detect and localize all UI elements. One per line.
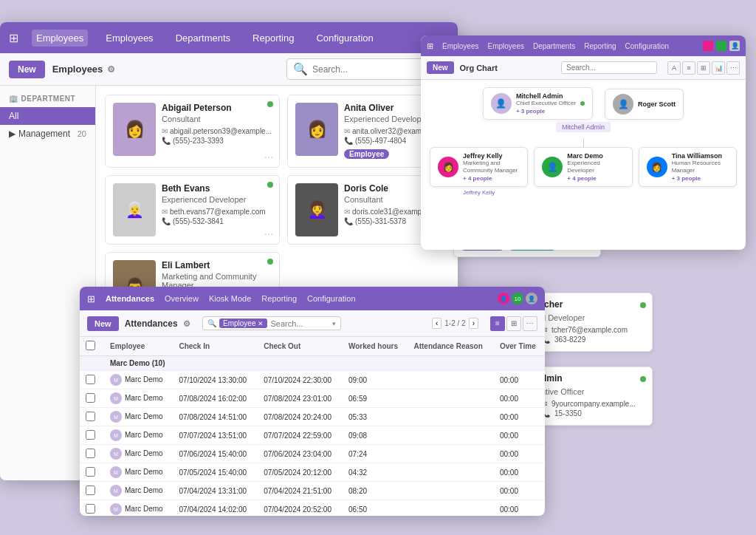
row-checkbox[interactable] xyxy=(86,485,95,495)
col-reason[interactable]: Attendance Reason xyxy=(408,337,494,356)
cell-employee: MMarc Demo xyxy=(104,371,173,389)
att-nav-overview[interactable]: Overview xyxy=(165,294,199,303)
status-dot xyxy=(267,259,273,265)
org-card-marc[interactable]: 👤 Marc Demo Experienced Developer + 4 pe… xyxy=(534,147,632,187)
view-icon-kanban[interactable]: ⊞ xyxy=(697,61,710,75)
row-checkbox[interactable] xyxy=(86,412,95,421)
avatar-abigail: 👩 xyxy=(113,103,156,156)
att-search-area[interactable]: 🔍 Employee ✕ ▾ xyxy=(202,316,341,330)
row-avatar: M xyxy=(110,374,122,386)
table-row[interactable]: MMarc Demo 07/05/2024 15:40:00 07/05/202… xyxy=(80,463,545,482)
row-checkbox[interactable] xyxy=(86,467,95,477)
org-nav-reporting[interactable]: Reporting xyxy=(584,42,616,50)
row-checkbox[interactable] xyxy=(86,393,95,403)
partial-card-admin: dmin utive Officer ✉ 9yourcompany.exampl… xyxy=(535,367,653,426)
email-icon: ✉ xyxy=(344,127,350,135)
org-title: Org Chart xyxy=(460,64,498,72)
phone-icon: 📞 xyxy=(344,217,353,225)
view-icon-more[interactable]: ⋯ xyxy=(726,61,740,75)
employee-card-abigail[interactable]: 👩 Abigail Peterson Consultant ✉ abigail.… xyxy=(105,95,280,168)
view-icon-list[interactable]: ≡ xyxy=(682,61,695,75)
employee-card-beth[interactable]: 👩‍🦳 Beth Evans Experienced Developer ✉ b… xyxy=(105,175,280,245)
emp-name: Beth Evans xyxy=(162,183,272,194)
att-search-input[interactable] xyxy=(270,319,329,328)
col-checkout[interactable]: Check Out xyxy=(258,337,343,356)
avatar-beth: 👩‍🦳 xyxy=(113,183,156,236)
att-view-kanban[interactable]: ⊞ xyxy=(506,316,521,331)
status-dot xyxy=(640,376,646,382)
att-nav-kiosk[interactable]: Kiosk Mode xyxy=(209,294,251,303)
table-row[interactable]: MMarc Demo 07/08/2024 14:51:00 07/08/202… xyxy=(80,408,545,426)
table-row[interactable]: MMarc Demo 07/06/2024 15:40:00 07/06/202… xyxy=(80,445,545,463)
sidebar-section-title: 🏢 DEPARTMENT xyxy=(0,95,95,107)
nav-configuration[interactable]: Configuration xyxy=(312,30,377,47)
search-input[interactable] xyxy=(312,64,434,75)
att-gear-icon[interactable]: ⚙ xyxy=(183,319,190,328)
org-nav-employees2[interactable]: Employees xyxy=(487,42,523,50)
org-card-jeffrey[interactable]: 👩 Jeffrey Kelly Marketing and Community … xyxy=(430,147,528,187)
sidebar-item-management[interactable]: ▶ Management 20 xyxy=(0,125,95,143)
attendances-window: ⊞ Attendances Overview Kiosk Mode Report… xyxy=(80,287,545,516)
row-checkbox[interactable] xyxy=(86,449,95,458)
row-checkbox[interactable] xyxy=(86,430,95,440)
indicator-grey: 👤 xyxy=(729,41,740,51)
view-icon-chart[interactable]: 📊 xyxy=(712,61,725,75)
org-card-tina[interactable]: 👩 Tina Williamson Human Resources Manage… xyxy=(639,147,737,187)
table-row[interactable]: MMarc Demo 07/07/2024 13:51:00 07/07/202… xyxy=(80,426,545,445)
group-row-marc: Marc Demo (10) xyxy=(80,356,545,371)
emp-name: Abigail Peterson xyxy=(162,103,272,113)
org-card-ceo[interactable]: 👤 Mitchell Admin Chief Executive Officer… xyxy=(483,87,593,120)
att-prev-button[interactable]: ‹ xyxy=(432,318,441,329)
att-nav-reporting[interactable]: Reporting xyxy=(261,294,297,303)
org-search-input[interactable] xyxy=(561,61,657,74)
att-nav-attendances[interactable]: Attendances xyxy=(106,294,154,303)
card-menu-icon[interactable]: ⋯ xyxy=(264,152,273,163)
col-overtime[interactable]: Over Time xyxy=(494,337,545,356)
att-nav-configuration[interactable]: Configuration xyxy=(307,294,355,303)
search-icon: 🔍 xyxy=(293,62,308,76)
emp-name: Eli Lambert xyxy=(162,260,272,270)
gear-icon[interactable]: ⚙ xyxy=(107,64,115,75)
col-worked[interactable]: Worked hours xyxy=(343,337,408,356)
new-button[interactable]: New xyxy=(9,61,45,78)
org-nav-configuration[interactable]: Configuration xyxy=(625,42,669,50)
status-dot xyxy=(267,182,273,188)
nav-employees[interactable]: Employees xyxy=(32,30,88,47)
nav-departments[interactable]: Departments xyxy=(171,30,235,47)
emp-email: ✉ beth.evans77@example.com xyxy=(162,208,272,216)
view-icon-a[interactable]: A xyxy=(667,61,681,75)
org-node-jeffrey: 👩 Jeffrey Kelly Marketing and Community … xyxy=(430,147,528,196)
att-view-list[interactable]: ≡ xyxy=(490,316,505,331)
org-connector xyxy=(583,138,584,147)
phone-icon: 📞 xyxy=(344,137,353,145)
cell-employee: MMarc Demo xyxy=(104,445,173,463)
select-all-checkbox[interactable] xyxy=(86,341,95,350)
row-checkbox[interactable] xyxy=(86,504,95,514)
table-row[interactable]: MMarc Demo 07/10/2024 13:30:00 07/10/202… xyxy=(80,371,545,389)
email-icon: ✉ xyxy=(162,208,168,216)
email-icon: ✉ xyxy=(162,127,168,135)
att-user-indicator2: 10 xyxy=(512,293,523,304)
org-sub-label-jeffrey: Jeffrey Kelly xyxy=(463,189,495,196)
org-card-roger[interactable]: 👤 Roger Scott xyxy=(605,89,684,120)
att-new-button[interactable]: New xyxy=(87,316,119,331)
nav-employees2[interactable]: Employees xyxy=(101,30,157,47)
tag-close-button[interactable]: ✕ xyxy=(258,320,264,327)
col-employee[interactable]: Employee xyxy=(104,337,173,356)
card-menu-icon[interactable]: ⋯ xyxy=(264,229,273,239)
att-next-button[interactable]: › xyxy=(469,318,478,329)
org-nav-employees[interactable]: Employees xyxy=(442,42,478,50)
table-row[interactable]: MMarc Demo 07/04/2024 13:31:00 07/04/202… xyxy=(80,482,545,500)
cell-employee: MMarc Demo xyxy=(104,463,173,482)
sidebar-item-all[interactable]: All xyxy=(0,107,95,125)
emp-info-beth: Beth Evans Experienced Developer ✉ beth.… xyxy=(162,183,272,236)
table-row[interactable]: MMarc Demo 07/08/2024 16:02:00 07/08/202… xyxy=(80,389,545,408)
table-row[interactable]: MMarc Demo 07/04/2024 14:02:00 07/04/202… xyxy=(80,500,545,517)
org-nav-departments[interactable]: Departments xyxy=(533,42,575,50)
row-checkbox[interactable] xyxy=(86,375,95,384)
col-checkin[interactable]: Check In xyxy=(173,337,258,356)
att-user-indicator: 👤 xyxy=(498,293,509,304)
org-new-button[interactable]: New xyxy=(427,61,454,74)
nav-reporting[interactable]: Reporting xyxy=(248,30,298,47)
att-view-more[interactable]: ⋯ xyxy=(523,316,537,331)
